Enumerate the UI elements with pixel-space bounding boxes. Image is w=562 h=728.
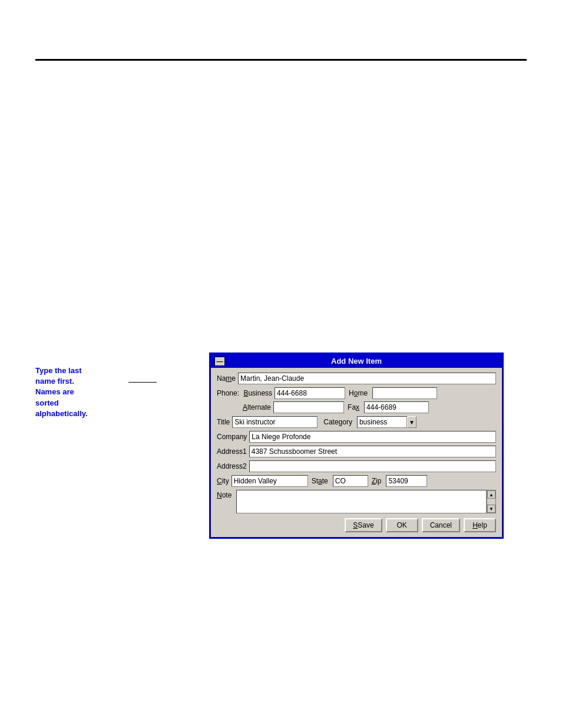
note-label: Note: [217, 491, 232, 499]
business-phone-input[interactable]: [275, 387, 345, 399]
save-button[interactable]: SSave: [345, 518, 382, 532]
title-input[interactable]: [232, 416, 318, 428]
dialog-titlebar: — Add New Item: [211, 354, 502, 368]
alternate-input[interactable]: [273, 401, 344, 413]
state-input[interactable]: [333, 475, 368, 487]
annotation-line: [128, 382, 157, 383]
ok-button[interactable]: OK: [386, 518, 418, 532]
note-scroll-up-button[interactable]: ▲: [487, 490, 495, 499]
company-row: Company: [217, 431, 496, 443]
dialog-title: Add New Item: [331, 357, 382, 365]
note-area-container: ▲ ▼: [236, 490, 496, 513]
alt-fax-row: Alternate Fax: [217, 401, 496, 413]
city-input[interactable]: [232, 475, 308, 487]
phone-label: Phone:: [217, 389, 239, 397]
company-label: Company: [217, 433, 247, 441]
note-scrollbar: ▲ ▼: [487, 490, 496, 513]
dialog-body: Name Phone: Business Home Alternate Fax …: [211, 368, 502, 537]
help-button[interactable]: Help: [464, 518, 496, 532]
note-row: Note ▲ ▼: [217, 490, 496, 513]
state-label: State: [312, 477, 328, 485]
address2-row: Address2: [217, 460, 496, 472]
address1-label: Address1: [217, 447, 247, 456]
company-input[interactable]: [249, 431, 496, 443]
annotation-text: Type the last name first. Names are sort…: [35, 365, 130, 419]
name-input[interactable]: [238, 373, 496, 384]
fax-input[interactable]: [364, 401, 429, 413]
category-input[interactable]: [357, 416, 407, 428]
add-new-item-dialog: — Add New Item Name Phone: Business Home…: [209, 353, 504, 539]
category-container: ▼: [355, 416, 416, 428]
dialog-minimize-button[interactable]: —: [214, 357, 225, 366]
title-label: Title: [217, 418, 230, 426]
address2-label: Address2: [217, 462, 247, 470]
note-scroll-down-button[interactable]: ▼: [487, 505, 495, 513]
note-input[interactable]: [236, 490, 487, 513]
name-label: Name: [217, 374, 236, 383]
business-label: Business: [242, 389, 272, 397]
city-state-zip-row: City State Zip: [217, 475, 496, 487]
address1-input[interactable]: [249, 446, 496, 457]
category-dropdown-button[interactable]: ▼: [407, 416, 416, 428]
address2-input[interactable]: [249, 460, 496, 472]
button-row: SSave OK Cancel Help: [217, 518, 496, 532]
top-rule: [35, 59, 527, 61]
note-scroll-track: [487, 499, 495, 505]
zip-label: Zip: [372, 477, 382, 485]
zip-input[interactable]: [386, 475, 427, 487]
category-label: Category: [323, 418, 352, 426]
home-label: Home: [349, 389, 368, 397]
fax-label: Fax: [348, 403, 359, 411]
address1-row: Address1: [217, 446, 496, 457]
title-cat-row: Title Category ▼: [217, 416, 496, 428]
cancel-button[interactable]: Cancel: [422, 518, 460, 532]
phone-row: Phone: Business Home: [217, 387, 496, 399]
alternate-label: Alternate: [243, 403, 271, 411]
city-label: City: [217, 477, 229, 485]
name-row: Name: [217, 373, 496, 384]
home-phone-input[interactable]: [372, 387, 437, 399]
